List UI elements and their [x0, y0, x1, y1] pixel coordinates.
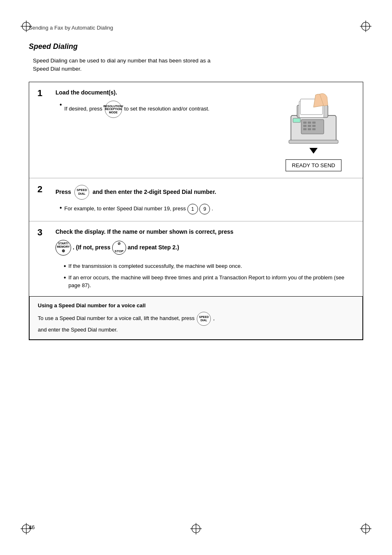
step-3-number: 3	[37, 227, 47, 238]
page-number: 46	[29, 524, 35, 530]
fax-machine-illustration	[279, 93, 348, 146]
svg-rect-21	[308, 122, 311, 124]
svg-rect-25	[312, 125, 316, 127]
step-2-number: 2	[37, 184, 47, 195]
step-2-content: Press SPEEDDIAL and then enter the 2-dig…	[55, 185, 355, 214]
speed-dial-button-notice[interactable]: SPEEDDIAL	[197, 312, 211, 326]
step-3-title: Check the display. If the name or number…	[55, 228, 355, 236]
speed-dial-button-step2[interactable]: SPEEDDIAL	[74, 185, 89, 200]
svg-rect-22	[312, 122, 316, 124]
step-1-bullet-1: • If desired, press RESOLUTION/RECEPTION…	[60, 101, 272, 118]
step-3-bullet-2: • If an error occurs, the machine will b…	[64, 274, 355, 290]
svg-rect-24	[308, 125, 311, 127]
step-2-title-text: and then enter the 2-digit Speed Dial nu…	[92, 188, 216, 196]
svg-rect-20	[303, 122, 307, 124]
step-1-content: Load the document(s). • If desired, pres…	[55, 89, 355, 171]
bullet-dot-1: •	[60, 101, 62, 108]
step-1-row: 1 Load the document(s). • If desired, pr…	[29, 82, 363, 178]
step-2-bullet-text: For example, to enter Speed Dial number …	[65, 204, 213, 214]
step-3-bullet-2-text: If an error occurs, the machine will bee…	[69, 274, 355, 290]
step-3-inner: Check the display. If the name or number…	[55, 228, 355, 290]
reg-mark-bottom-center	[190, 523, 202, 534]
notice-box: Using a Speed Dial number for a voice ca…	[29, 296, 363, 340]
reg-mark-top-left	[21, 21, 32, 32]
fax-machine-area: READY TO SEND	[272, 89, 355, 171]
arrow-down	[309, 148, 318, 154]
reg-mark-top-right	[360, 21, 371, 32]
step-3-bullet-1-text: If the transmission is completed success…	[69, 262, 242, 270]
step-3-bullets: • If the transmission is completed succe…	[60, 260, 355, 290]
step-3-row: 3 Check the display. If the name or numb…	[29, 221, 363, 296]
notice-title: Using a Speed Dial number for a voice ca…	[38, 302, 354, 309]
step-2-title: Press SPEEDDIAL and then enter the 2-dig…	[55, 185, 355, 200]
step-3-content: Check the display. If the name or number…	[55, 228, 355, 290]
svg-rect-29	[293, 118, 300, 122]
step-1-number: 1	[37, 88, 47, 99]
step-2-bullet-1: • For example, to enter Speed Dial numbe…	[60, 204, 355, 214]
section-intro: Speed Dialing can be used to dial any nu…	[33, 57, 363, 74]
svg-rect-27	[308, 128, 311, 130]
svg-rect-23	[303, 125, 307, 127]
svg-rect-28	[312, 128, 316, 130]
breadcrumb: Sending a Fax by Automatic Dialing	[29, 25, 363, 31]
step-2-row: 2 Press SPEEDDIAL and then enter the 2-d…	[29, 178, 363, 221]
svg-rect-30	[289, 140, 338, 143]
step-3-subtitle-text: . (If not, press ⊘STOP and repeat Step 2…	[73, 241, 179, 255]
svg-rect-26	[303, 128, 307, 130]
instruction-box: 1 Load the document(s). • If desired, pr…	[29, 82, 363, 341]
step-3-bullet-1: • If the transmission is completed succe…	[64, 262, 355, 270]
resolution-button[interactable]: RESOLUTION/RECEPTIONMODE	[105, 101, 122, 118]
step-1-bullet-text: If desired, press RESOLUTION/RECEPTIONMO…	[65, 101, 210, 118]
reg-mark-bottom-right	[360, 523, 371, 534]
bullet-dot-3a: •	[64, 263, 66, 269]
section-title: Speed Dialing	[29, 42, 363, 51]
bullet-dot-3b: •	[64, 274, 66, 281]
start-memory-button[interactable]: START/MEMORY⊕	[55, 240, 71, 256]
num-9-button[interactable]: 9	[199, 204, 210, 214]
stop-button[interactable]: ⊘STOP	[112, 241, 126, 255]
notice-text: To use a Speed Dial number for a voice c…	[38, 312, 354, 334]
step-3-subtitle: START/MEMORY⊕ . (If not, press ⊘STOP and…	[55, 240, 355, 256]
bullet-dot-2: •	[60, 205, 62, 211]
step-2-title-row: Press SPEEDDIAL and then enter the 2-dig…	[55, 185, 355, 200]
step-1-title: Load the document(s).	[55, 89, 272, 97]
num-1-button[interactable]: 1	[187, 204, 198, 214]
ready-to-send-box: READY TO SEND	[286, 159, 341, 171]
